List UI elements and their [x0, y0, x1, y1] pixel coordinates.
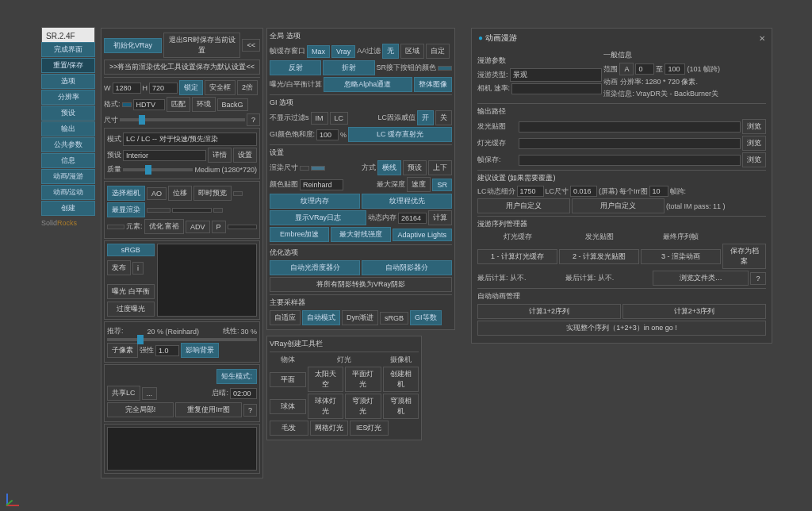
seq-b2[interactable]: 2 - 计算发光贴图 — [559, 249, 639, 264]
ud-btn[interactable]: 上下 — [428, 160, 452, 175]
c-ies[interactable]: IES灯光 — [350, 421, 389, 436]
c-fur[interactable]: 毛发 — [270, 421, 308, 436]
set-btn[interactable]: 设置 — [233, 148, 257, 163]
height-input[interactable] — [149, 83, 178, 94]
rs-sw2[interactable] — [311, 166, 325, 171]
reuse-irr[interactable]: 重复使用Irr图 — [175, 402, 242, 417]
nav-item-7[interactable]: 信息 — [41, 153, 95, 168]
detail-btn[interactable]: 详情 — [208, 148, 232, 163]
eirr-input[interactable] — [649, 186, 668, 197]
u2-btn[interactable]: 用户自定义 — [572, 198, 665, 213]
full-btn[interactable]: 实现整个序列（1+2+3）in one go ! — [477, 321, 766, 336]
push-slider[interactable] — [107, 338, 257, 341]
c-domec[interactable]: 穹顶相机 — [383, 394, 419, 419]
o1-input[interactable] — [519, 121, 741, 133]
to-input[interactable] — [665, 63, 685, 75]
spacer1[interactable] — [233, 191, 243, 196]
bf-btn[interactable]: 浏览文件类… — [653, 271, 749, 286]
quality-slider[interactable] — [123, 168, 193, 171]
close-icon[interactable]: ✕ — [759, 34, 765, 43]
adv-btn[interactable]: ADV — [186, 221, 210, 233]
vert-btn[interactable]: 预设 — [403, 160, 427, 175]
fit-btn[interactable]: 匹配 — [167, 97, 190, 112]
format-dd[interactable]: HDTV — [133, 99, 165, 110]
lcp-off[interactable]: 关 — [435, 110, 452, 125]
ofs-btn[interactable]: 位移 — [168, 186, 192, 201]
opt-rich[interactable]: 优化 富裕 — [144, 219, 185, 234]
c-mesh[interactable]: 网格灯光 — [310, 421, 349, 436]
autolit-btn[interactable]: 自动光滑度器分 — [270, 260, 360, 275]
seq-b3[interactable]: 3 - 渲染动画 — [641, 249, 721, 264]
nav-item-6[interactable]: 公共参数 — [41, 137, 95, 152]
submem-btn[interactable]: 纹理内存 — [270, 194, 360, 209]
im-btn[interactable]: IM — [311, 112, 328, 125]
subpx[interactable]: 子像素 — [107, 343, 138, 358]
nav-item-0[interactable]: 完成界面 — [41, 42, 95, 57]
nav-item-1[interactable]: 重置/保存 — [41, 58, 95, 73]
spacer4[interactable] — [213, 208, 223, 213]
full-local[interactable]: 完全局部! — [107, 402, 174, 417]
c-spherel[interactable]: 球体灯光 — [308, 394, 344, 419]
b2-browse[interactable]: 浏览 — [742, 136, 766, 151]
nav-item-5[interactable]: 输出 — [41, 121, 95, 136]
light-mode[interactable]: 短生模式: — [216, 369, 257, 384]
cmap-dd[interactable]: Reinhard — [300, 179, 343, 190]
a-btn[interactable]: A — [619, 63, 634, 75]
aa-cust[interactable]: 自定 — [426, 44, 450, 59]
ao-btn[interactable]: AO — [147, 187, 167, 200]
exit-save[interactable]: 退出SR时保存当前设置 — [163, 33, 240, 58]
q2-btn[interactable]: ? — [750, 272, 766, 285]
adapt-btn[interactable]: 自适应 — [270, 310, 301, 325]
maxray-btn[interactable]: 最大射线强度 — [331, 227, 390, 242]
init-vray[interactable]: 初始化VRay — [104, 38, 162, 53]
u1-btn[interactable]: 用户自定义 — [477, 198, 570, 213]
size-slider[interactable] — [120, 118, 245, 121]
hor-btn[interactable]: 横线 — [377, 160, 401, 175]
adl-btn[interactable]: Adaptive Lights — [393, 229, 452, 241]
c-cam[interactable]: 创建相机 — [383, 367, 419, 392]
refr-btn[interactable]: 折射 — [323, 60, 374, 75]
aa-none[interactable]: 无 — [382, 44, 399, 59]
s12-btn[interactable]: 计算1+2序列 — [477, 304, 621, 319]
sp6[interactable] — [228, 225, 257, 229]
sp5[interactable] — [107, 225, 124, 229]
dots[interactable]: ... — [142, 387, 158, 400]
dynmem-input[interactable] — [398, 213, 427, 224]
spd-btn[interactable]: 速度 — [407, 177, 431, 192]
lcs-input[interactable] — [517, 186, 544, 197]
whole-btn[interactable]: 整体图像 — [414, 77, 452, 92]
embree-btn[interactable]: Embree加速 — [270, 227, 329, 242]
bg-affect[interactable]: 影响背景 — [181, 343, 219, 358]
c-sphere[interactable]: 球体 — [270, 399, 306, 414]
c-plane[interactable]: 平面 — [270, 372, 306, 387]
calc-btn[interactable]: 计算 — [428, 210, 452, 225]
nav-item-10[interactable]: 创建 — [41, 201, 95, 216]
lc-btn[interactable]: LC — [330, 112, 349, 125]
over-exp[interactable]: 过度曝光 — [107, 302, 155, 317]
b3-browse[interactable]: 浏览 — [742, 152, 766, 167]
refl-btn[interactable]: 反射 — [270, 60, 321, 75]
nav-item-2[interactable]: 选项 — [41, 74, 95, 89]
lcp-on[interactable]: 开 — [417, 110, 434, 125]
type-dd[interactable]: 景观 — [510, 68, 603, 82]
srgb-btn[interactable]: sRGB — [107, 244, 155, 256]
seq-b4[interactable]: 保存为档案 — [722, 244, 766, 269]
autoshad-btn[interactable]: 自动阴影器分 — [362, 260, 452, 275]
share-lc[interactable]: 共享LC — [107, 386, 140, 401]
arrows[interactable]: << — [242, 39, 260, 52]
vray-btn[interactable]: Vray — [331, 45, 355, 58]
c-dome[interactable]: 穹顶灯光 — [345, 394, 381, 419]
bg-btn[interactable]: BackG — [217, 98, 248, 111]
safe-btn[interactable]: 安全框 — [205, 80, 236, 95]
max-btn[interactable]: Max — [307, 45, 330, 58]
s23-btn[interactable]: 计算2+3序列 — [622, 304, 766, 319]
nav-item-8[interactable]: 动画/漫游 — [41, 169, 95, 184]
lcd-input[interactable] — [570, 186, 597, 197]
str-input[interactable] — [155, 345, 179, 356]
rs-sw[interactable] — [300, 166, 309, 171]
cycle-btn[interactable]: 环境 — [192, 97, 216, 112]
p-btn[interactable]: P — [212, 221, 226, 233]
gies-btn[interactable]: GI等数 — [410, 310, 442, 325]
txp-btn[interactable]: 纹理程优先 — [362, 194, 452, 209]
b1-browse[interactable]: 浏览 — [742, 119, 766, 134]
